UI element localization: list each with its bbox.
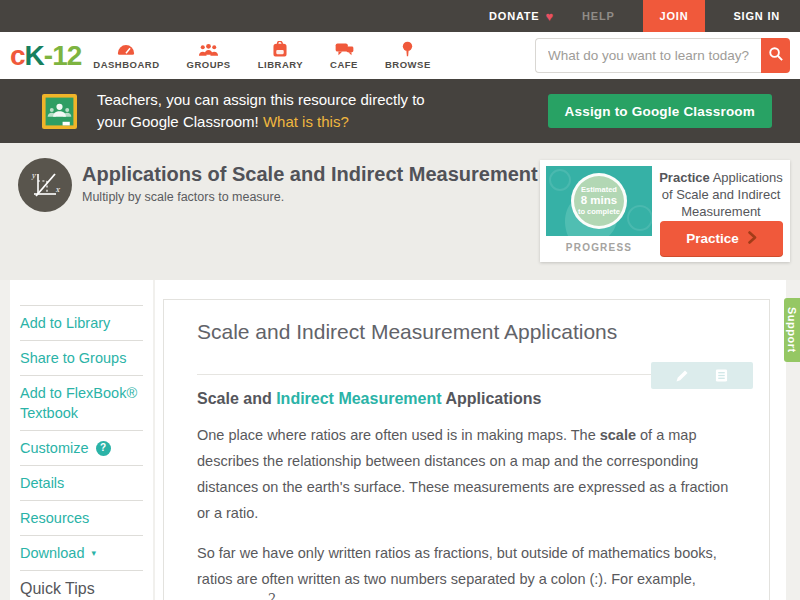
classroom-banner: Teachers, you can assign this resource d…: [0, 79, 800, 143]
google-classroom-icon: [42, 94, 77, 129]
lesson-main: Scale and Indirect Measurement Applicati…: [155, 280, 786, 600]
nav-item-library[interactable]: LIBRARY: [258, 41, 303, 70]
main-nav: cK-12 DASHBOARD GROUPS LIBRARY CAFE: [0, 32, 800, 79]
section-header-row: Scale and Indirect Measurement Applicati…: [197, 374, 739, 408]
edit-pencil-icon[interactable]: [676, 369, 689, 382]
vocabulary-link[interactable]: Indirect Measurement: [276, 390, 441, 407]
help-circle-icon[interactable]: ?: [96, 441, 111, 456]
page-subtitle: Multiply by scale factors to measure.: [82, 190, 284, 204]
page-title: Applications of Scale and Indirect Measu…: [82, 163, 538, 186]
practice-thumbnail[interactable]: Estimated 8 mins to complete: [546, 166, 652, 236]
people-icon: [198, 41, 219, 57]
support-tab[interactable]: Support: [784, 298, 800, 362]
lesson-card: Scale and Indirect Measurement Applicati…: [163, 299, 770, 600]
graph-axes-icon: y x: [18, 158, 72, 212]
join-button[interactable]: JOIN: [643, 0, 706, 32]
nav-item-dashboard[interactable]: DASHBOARD: [93, 41, 159, 70]
top-utility-bar: DONATE ♥ HELP JOIN SIGN IN: [0, 0, 800, 32]
gauge-icon: [117, 41, 135, 57]
lesson-title: Scale and Indirect Measurement Applicati…: [197, 320, 739, 344]
chevron-down-icon: ▾: [92, 543, 97, 563]
section-heading: Scale and Indirect Measurement Applicati…: [197, 390, 739, 408]
backpack-icon: [273, 41, 287, 57]
sidebar-item-add-to-flexbook[interactable]: Add to FlexBook® Textbook: [20, 375, 143, 430]
svg-text:y: y: [31, 172, 37, 180]
estimated-time-badge: Estimated 8 mins to complete: [571, 173, 627, 229]
section-tools: [651, 362, 753, 389]
nav-label: GROUPS: [187, 59, 231, 70]
search-icon: [768, 46, 784, 65]
content-area: Add to Library Share to Groups Add to Fl…: [0, 280, 800, 600]
what-is-this-link[interactable]: What is this?: [263, 113, 349, 130]
quick-tips-heading: Quick Tips: [20, 570, 143, 600]
assign-to-classroom-button[interactable]: Assign to Google Classroom: [548, 94, 772, 128]
sign-in-link[interactable]: SIGN IN: [733, 10, 780, 22]
ck12-logo[interactable]: cK-12: [10, 42, 81, 70]
lesson-header: y x Applications of Scale and Indirect M…: [0, 143, 800, 280]
search-input[interactable]: [535, 38, 761, 73]
paragraph-1: One place where ratios are often used is…: [197, 422, 739, 526]
sidebar-item-download[interactable]: Download ▾: [20, 535, 143, 570]
nav-label: CAFE: [330, 59, 358, 70]
nav-item-cafe[interactable]: CAFE: [330, 41, 358, 70]
fraction-two-thirds: 23: [266, 592, 278, 600]
chevron-right-icon: [748, 231, 757, 247]
nav-item-groups[interactable]: GROUPS: [187, 41, 231, 70]
practice-card-title: Practice Applications of Scale and Indir…: [656, 169, 786, 220]
sidebar-item-resources[interactable]: Resources: [20, 500, 143, 535]
paragraph-2: So far we have only written ratios as fr…: [197, 540, 739, 600]
bold-term-scale: scale: [600, 427, 636, 443]
help-link[interactable]: HELP: [582, 10, 615, 22]
sidebar-item-details[interactable]: Details: [20, 465, 143, 500]
banner-line-2: your Google Classroom!: [97, 113, 259, 130]
lesson-sidebar: Add to Library Share to Groups Add to Fl…: [10, 280, 153, 600]
classroom-banner-text: Teachers, you can assign this resource d…: [97, 89, 425, 133]
donate-link[interactable]: DONATE ♥: [489, 9, 554, 24]
sidebar-item-share-to-groups[interactable]: Share to Groups: [20, 340, 143, 375]
practice-card: Estimated 8 mins to complete PROGRESS Pr…: [540, 160, 790, 262]
lightbulb-icon: [402, 41, 413, 57]
svg-text:x: x: [56, 186, 61, 194]
site-search: [535, 38, 790, 73]
nav-label: BROWSE: [385, 59, 431, 70]
nav-items: DASHBOARD GROUPS LIBRARY CAFE BROWSE: [93, 41, 430, 70]
nav-label: DASHBOARD: [93, 59, 159, 70]
donate-label: DONATE: [489, 10, 539, 22]
notes-document-icon[interactable]: [715, 369, 728, 382]
practice-button[interactable]: Practice: [660, 221, 783, 256]
heart-icon: ♥: [545, 9, 554, 24]
nav-item-browse[interactable]: BROWSE: [385, 41, 431, 70]
sidebar-item-customize[interactable]: Customize ?: [20, 430, 143, 465]
nav-label: LIBRARY: [258, 59, 303, 70]
sidebar-item-add-to-library[interactable]: Add to Library: [20, 305, 143, 340]
progress-label: PROGRESS: [546, 242, 652, 253]
search-button[interactable]: [761, 38, 790, 73]
banner-line-1: Teachers, you can assign this resource d…: [97, 89, 425, 111]
chat-bubbles-icon: [335, 41, 354, 57]
